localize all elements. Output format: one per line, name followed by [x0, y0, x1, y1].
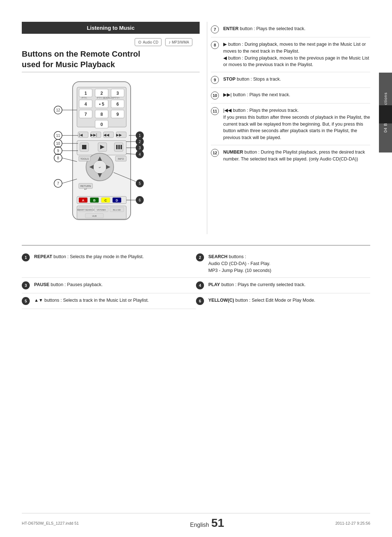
- footer-right: 2011-12-27 9:25:56: [335, 521, 370, 525]
- remote-diagram: 1 2 3 PTY- PTY SEARCH PTY+ 4 • 5: [22, 78, 196, 234]
- bottom-item-text: REPEAT button : Selects the play mode in…: [34, 253, 190, 260]
- audio-cd-icon: ⊙: [138, 40, 142, 45]
- right-item-text: ENTER button : Plays the selected track.: [223, 25, 370, 32]
- svg-text:VSTDMA: VSTDMA: [97, 209, 106, 211]
- svg-text:2: 2: [101, 91, 103, 96]
- right-item-text: NUMBER button : During the Playlist play…: [223, 149, 370, 163]
- footer-left: HT-D6750W_ELS_1227.indd 51: [22, 521, 79, 525]
- right-item-number: 10: [211, 91, 219, 99]
- footer-language: English: [190, 522, 209, 528]
- section-header: Listening to Music: [22, 22, 200, 34]
- svg-text:PTY-: PTY-: [82, 97, 87, 99]
- remote-svg: 1 2 3 PTY- PTY SEARCH PTY+ 4 • 5: [22, 78, 196, 234]
- bottom-item-text: PAUSE button : Pauses playback.: [34, 281, 190, 288]
- bottom-item: 1REPEAT button : Selects the play mode i…: [22, 250, 196, 278]
- svg-text:2: 2: [139, 140, 141, 144]
- svg-rect-40: [118, 145, 120, 149]
- svg-text:BLU-3D: BLU-3D: [113, 209, 121, 211]
- mp3-wma-badge: ♪ MP3/WMA: [165, 38, 192, 46]
- main-heading: Buttons on the Remote Control used for M…: [22, 49, 200, 70]
- bottom-items-container: 1REPEAT button : Selects the play mode i…: [22, 250, 370, 309]
- bottom-item-number: 2: [196, 253, 204, 261]
- section-header-text: Listening to Music: [87, 25, 135, 31]
- svg-text:9: 9: [57, 149, 59, 153]
- svg-text:7: 7: [85, 112, 87, 117]
- right-item-text: ▶ button : During playback, moves to the…: [223, 41, 370, 68]
- svg-text:↩: ↩: [84, 187, 87, 191]
- svg-text:INFO: INFO: [118, 158, 124, 160]
- footer: HT-D6750W_ELS_1227.indd 51 English 51 20…: [22, 513, 370, 530]
- svg-text:1: 1: [85, 91, 87, 96]
- svg-text:8: 8: [101, 112, 103, 117]
- right-item-number: 12: [211, 149, 219, 157]
- bottom-item-text: ▲▼ buttons : Selects a track in the Musi…: [34, 297, 190, 304]
- bottom-item: 5▲▼ buttons : Selects a track in the Mus…: [22, 293, 196, 309]
- bottom-item-number: 3: [22, 281, 30, 289]
- svg-text:3: 3: [139, 146, 141, 150]
- svg-text:9: 9: [117, 112, 119, 117]
- heading-divider: [22, 72, 200, 72]
- side-tab-highlight: [379, 105, 392, 123]
- mp3-label: MP3/WMA: [172, 40, 189, 44]
- audio-cd-label: Audio CD: [143, 40, 158, 44]
- bottom-item-number: 5: [22, 297, 30, 305]
- page-container: 04 Basic Functions Listening to Music ⊙ …: [0, 0, 392, 537]
- svg-text:12: 12: [56, 108, 60, 112]
- right-item: 11|◀◀ button : Plays the previous track.…: [211, 103, 370, 145]
- svg-text:11: 11: [56, 134, 60, 138]
- bottom-item-number: 6: [196, 297, 204, 305]
- svg-text:RETURN: RETURN: [80, 185, 91, 187]
- svg-text:6: 6: [139, 198, 141, 202]
- svg-text:PTY+: PTY+: [113, 97, 120, 99]
- audio-cd-badge: ⊙ Audio CD: [135, 38, 162, 46]
- svg-text:5: 5: [139, 182, 141, 186]
- svg-text:4: 4: [85, 102, 87, 107]
- svg-text:4: 4: [139, 152, 141, 156]
- svg-text:D: D: [116, 199, 118, 202]
- icons-row: ⊙ Audio CD ♪ MP3/WMA: [22, 38, 200, 46]
- right-item-number: 11: [211, 107, 219, 115]
- right-items-container: 7ENTER button : Plays the selected track…: [211, 22, 370, 166]
- svg-text:TOOLS: TOOLS: [80, 158, 89, 160]
- svg-text:0: 0: [101, 122, 103, 127]
- svg-text:↵: ↵: [99, 166, 101, 169]
- svg-text:PTY SEARCH: PTY SEARCH: [97, 97, 113, 99]
- right-column: 7ENTER button : Plays the selected track…: [207, 22, 370, 234]
- bottom-item: 3PAUSE button : Pauses playback.: [22, 278, 196, 293]
- bottom-item-text: PLAY button : Plays the currently select…: [208, 281, 364, 288]
- right-item: 8▶ button : During playback, moves to th…: [211, 37, 370, 72]
- svg-text:8: 8: [57, 156, 59, 160]
- bottom-item: 2SEARCH buttons :Audio CD (CD-DA) - Fast…: [196, 250, 370, 278]
- svg-text:1: 1: [139, 134, 141, 138]
- bottom-item-number: 4: [196, 281, 204, 289]
- bottom-item: 6YELLOW(C) button : Select Edit Mode or …: [196, 293, 370, 309]
- heading-line1: Buttons on the Remote Control: [22, 49, 140, 58]
- svg-text:6: 6: [117, 102, 119, 107]
- svg-text:A: A: [82, 199, 85, 202]
- page-number-section: English 51: [190, 516, 224, 530]
- bottom-item-text: SEARCH buttons :Audio CD (CD-DA) - Fast …: [208, 253, 364, 274]
- svg-text:◀◀: ◀◀: [103, 133, 109, 137]
- bottom-section: 1REPEAT button : Selects the play mode i…: [22, 245, 370, 309]
- mp3-icon: ♪: [168, 40, 171, 45]
- top-section: Listening to Music ⊙ Audio CD ♪ MP3/WMA …: [22, 22, 370, 234]
- footer-page-number: 51: [211, 516, 224, 530]
- svg-text:▶▶|: ▶▶|: [90, 133, 97, 137]
- svg-rect-35: [82, 145, 86, 149]
- right-item-text: STOP button : Stops a track.: [223, 76, 370, 83]
- svg-text:C: C: [105, 199, 107, 202]
- svg-text:B: B: [93, 199, 96, 202]
- left-column: Listening to Music ⊙ Audio CD ♪ MP3/WMA …: [22, 22, 200, 234]
- svg-text:7: 7: [57, 182, 59, 186]
- right-item-number: 7: [211, 25, 219, 33]
- bottom-item-text: YELLOW(C) button : Select Edit Mode or P…: [208, 297, 364, 304]
- bottom-item: 4PLAY button : Plays the currently selec…: [196, 278, 370, 293]
- right-item: 10▶▶| button : Plays the next track.: [211, 88, 370, 103]
- right-item-text: |◀◀ button : Plays the previous track.If…: [223, 107, 370, 141]
- bottom-item-number: 1: [22, 253, 30, 261]
- heading-line2: used for Music Playback: [22, 60, 115, 69]
- svg-text:3: 3: [117, 91, 119, 96]
- svg-text:▶▶: ▶▶: [116, 133, 122, 137]
- right-item-number: 8: [211, 41, 219, 49]
- right-item: 9STOP button : Stops a track.: [211, 72, 370, 88]
